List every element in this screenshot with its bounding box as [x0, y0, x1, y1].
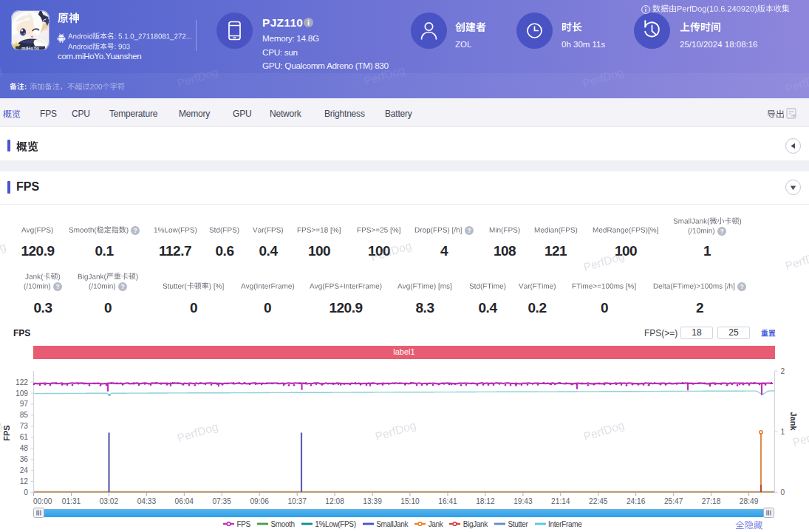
svg-text:25:47: 25:47: [664, 497, 683, 505]
svg-text:18:12: 18:12: [476, 497, 495, 505]
svg-text:miHoYo: miHoYo: [21, 45, 39, 50]
svg-text:19:43: 19:43: [513, 497, 533, 505]
svg-text:48: 48: [20, 444, 29, 452]
svg-text:06:04: 06:04: [175, 497, 194, 505]
svg-text:109: 109: [16, 389, 28, 398]
svg-text:12:08: 12:08: [325, 497, 344, 505]
svg-text:85: 85: [20, 411, 29, 419]
svg-text:97: 97: [20, 400, 29, 408]
svg-text:?: ?: [720, 228, 723, 235]
svg-text:22:45: 22:45: [589, 497, 608, 505]
svg-text:07:35: 07:35: [212, 497, 231, 505]
svg-text:1: 1: [781, 428, 785, 436]
svg-text:73: 73: [20, 422, 29, 430]
svg-text:15:10: 15:10: [400, 497, 420, 505]
svg-text:0: 0: [781, 488, 785, 497]
svg-text:16:41: 16:41: [438, 497, 457, 505]
svg-text:2: 2: [781, 367, 785, 375]
svg-text:24:16: 24:16: [627, 497, 646, 505]
svg-text:09:06: 09:06: [250, 497, 269, 505]
svg-text:13:39: 13:39: [363, 497, 382, 505]
svg-text:00:00: 00:00: [33, 497, 52, 505]
svg-text:10:37: 10:37: [287, 497, 307, 505]
svg-text:27:18: 27:18: [702, 497, 721, 505]
svg-text:12: 12: [20, 477, 29, 485]
svg-text:?: ?: [467, 227, 471, 234]
svg-text:03:02: 03:02: [100, 497, 119, 505]
svg-text:?: ?: [740, 283, 743, 290]
svg-text:24: 24: [20, 466, 29, 474]
svg-text:?: ?: [120, 283, 124, 290]
svg-text:36: 36: [20, 455, 29, 463]
svg-text:?: ?: [133, 227, 137, 234]
svg-text:61: 61: [20, 433, 29, 441]
svg-text:04:33: 04:33: [137, 497, 157, 505]
svg-text:?: ?: [55, 283, 59, 290]
svg-text:28:49: 28:49: [740, 497, 759, 505]
svg-text:0: 0: [24, 488, 28, 497]
svg-text:FPS: FPS: [2, 425, 11, 440]
svg-text:01:31: 01:31: [62, 497, 81, 505]
svg-text:21:14: 21:14: [551, 497, 570, 505]
svg-text:122: 122: [16, 378, 28, 386]
